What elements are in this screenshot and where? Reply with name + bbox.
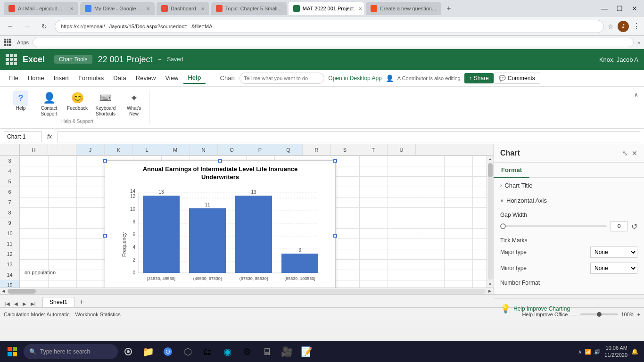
taskbar-zoom-app[interactable]: 🎥 bbox=[277, 341, 296, 362]
url-input[interactable]: https://x.r/personal/.../layouts/15/Doc.… bbox=[55, 20, 604, 33]
tab-close-dashboard[interactable]: ✕ bbox=[201, 6, 205, 11]
tab-dashboard[interactable]: Dashboard ✕ bbox=[157, 2, 209, 15]
sheet-tab-sheet1[interactable]: Sheet1 bbox=[42, 297, 74, 307]
menu-chart[interactable]: Chart bbox=[215, 73, 240, 83]
cells-area[interactable]: on population Annual Earnings of Interme bbox=[20, 156, 487, 288]
name-box-input[interactable] bbox=[4, 131, 41, 142]
handle-top-middle[interactable] bbox=[218, 159, 222, 163]
major-type-select[interactable]: None Inside Outside Cross bbox=[590, 247, 637, 258]
comments-button[interactable]: 💬 Comments bbox=[494, 73, 540, 84]
ribbon-contact-button[interactable]: 👤 ContactSupport bbox=[39, 90, 59, 117]
profile-avatar[interactable]: J bbox=[618, 21, 629, 32]
gap-width-slider[interactable] bbox=[500, 225, 607, 227]
tab-close-question[interactable]: ✕ bbox=[441, 6, 441, 11]
tab-close-drive[interactable]: ✕ bbox=[146, 6, 150, 11]
first-sheet-button[interactable]: |◀ bbox=[4, 300, 11, 307]
tab-topic[interactable]: Topic: Chapter 5 Small... ✕ bbox=[211, 2, 287, 15]
taskbar-search[interactable]: 🔍 Type here to search bbox=[24, 344, 118, 359]
menu-insert[interactable]: Insert bbox=[49, 73, 74, 83]
scroll-down-button[interactable]: ▼ bbox=[487, 281, 494, 288]
h-scroll-track[interactable] bbox=[8, 289, 486, 294]
panel-expand-button[interactable]: ⤡ bbox=[622, 149, 628, 157]
new-tab-button[interactable]: + bbox=[443, 3, 454, 14]
ribbon-feedback-button[interactable]: 😊 Feedback bbox=[67, 90, 88, 117]
minimize-button[interactable]: — bbox=[599, 3, 610, 14]
ribbon-help-button[interactable]: ? Help bbox=[10, 90, 31, 117]
bar-1[interactable] bbox=[143, 196, 180, 273]
gap-width-input[interactable] bbox=[611, 221, 627, 231]
restore-button[interactable]: ❐ bbox=[614, 3, 625, 14]
zoom-in-button[interactable]: + bbox=[637, 312, 640, 317]
bar-2[interactable] bbox=[189, 208, 226, 273]
menu-formulas[interactable]: Formulas bbox=[74, 73, 108, 83]
h-scroll-thumb[interactable] bbox=[8, 289, 36, 294]
tab-close-mail[interactable]: ✕ bbox=[70, 6, 74, 11]
close-button[interactable]: ✕ bbox=[629, 3, 640, 14]
apps-more-button[interactable]: » bbox=[637, 40, 640, 45]
tab-question[interactable]: Create a new question... ✕ bbox=[366, 2, 441, 15]
tell-me-input[interactable] bbox=[239, 73, 324, 84]
open-desktop-button[interactable]: Open in Desktop App bbox=[328, 75, 381, 82]
gap-slider-thumb[interactable] bbox=[500, 223, 506, 229]
scroll-left-button[interactable]: ◀ bbox=[0, 288, 7, 295]
chart-container[interactable]: Annual Earnings of Intermediate Level Li… bbox=[105, 160, 336, 288]
taskbar-icon-9[interactable]: 🖥 bbox=[257, 341, 276, 362]
forward-button[interactable]: → bbox=[21, 20, 34, 33]
horizontal-axis-header[interactable]: ∨ Horizontal Axis bbox=[494, 193, 644, 208]
next-sheet-button[interactable]: ▶ bbox=[21, 300, 28, 307]
notification-button[interactable]: 🔔 bbox=[631, 348, 638, 355]
taskbar-files[interactable]: 🗂 bbox=[198, 341, 217, 362]
waffle-icon[interactable] bbox=[6, 54, 17, 65]
fx-button[interactable]: fx bbox=[45, 133, 54, 140]
workbook-stats-button[interactable]: Workbook Statistics bbox=[75, 312, 120, 317]
chart-title-header[interactable]: › Chart Title bbox=[494, 178, 644, 193]
taskbar-task-view[interactable] bbox=[119, 341, 138, 362]
menu-home[interactable]: Home bbox=[23, 73, 49, 83]
handle-top-left[interactable] bbox=[103, 159, 107, 163]
tab-excel[interactable]: MAT 2022 001 Project ✕ bbox=[289, 2, 364, 15]
start-button[interactable] bbox=[2, 341, 23, 362]
clock-display[interactable]: 10:06 AM 11/2/2020 bbox=[604, 345, 627, 359]
taskbar-sticky-notes[interactable]: 📝 bbox=[297, 341, 316, 362]
extensions-button[interactable]: ⋮ bbox=[633, 22, 640, 31]
bookmark-button[interactable]: ☆ bbox=[608, 23, 614, 30]
tab-drive[interactable]: My Drive - Google Driv... ✕ bbox=[80, 2, 155, 15]
menu-review[interactable]: Review bbox=[131, 73, 161, 83]
refresh-button[interactable]: ↻ bbox=[38, 20, 51, 33]
ribbon-whatsnew-button[interactable]: ✦ What'sNew bbox=[124, 90, 144, 117]
scroll-up-button[interactable]: ▲ bbox=[487, 156, 494, 162]
taskbar-file-explorer[interactable]: 📁 bbox=[139, 341, 157, 362]
gap-reset-button[interactable]: ↺ bbox=[631, 222, 637, 231]
panel-tab-format[interactable]: Format bbox=[494, 163, 529, 178]
share-button[interactable]: ↑ Share bbox=[464, 73, 494, 83]
menu-file[interactable]: File bbox=[4, 73, 23, 83]
taskbar-settings[interactable]: ⚙ bbox=[238, 341, 256, 362]
scroll-right-button[interactable]: ▶ bbox=[487, 288, 493, 295]
formula-input[interactable] bbox=[58, 131, 640, 142]
add-sheet-button[interactable]: + bbox=[76, 297, 87, 307]
menu-data[interactable]: Data bbox=[108, 73, 131, 83]
handle-top-right[interactable] bbox=[333, 159, 337, 163]
prev-sheet-button[interactable]: ◀ bbox=[12, 300, 20, 307]
last-sheet-button[interactable]: ▶| bbox=[29, 300, 37, 307]
ribbon-keyboard-button[interactable]: ⌨ KeyboardShortcuts bbox=[95, 90, 116, 117]
minor-type-select[interactable]: None Inside Outside Cross bbox=[590, 263, 637, 274]
tab-mail[interactable]: All Mail - epicdude203... ✕ bbox=[4, 2, 78, 15]
back-button[interactable]: ← bbox=[4, 20, 17, 33]
apps-search-input[interactable] bbox=[33, 38, 634, 47]
network-icon[interactable]: 📶 bbox=[585, 349, 591, 355]
zoom-slider[interactable] bbox=[580, 313, 618, 315]
zoom-slider-thumb[interactable] bbox=[597, 312, 602, 317]
horizontal-scrollbar[interactable]: ◀ ▶ bbox=[0, 288, 493, 294]
tab-close-excel[interactable]: ✕ bbox=[358, 6, 362, 11]
apps-grid-icon[interactable] bbox=[4, 39, 11, 46]
vertical-scrollbar[interactable]: ▲ ▼ bbox=[487, 156, 493, 288]
taskbar-icon-7[interactable]: ◉ bbox=[218, 341, 237, 362]
ribbon-collapse-button[interactable]: ∧ bbox=[634, 91, 638, 98]
menu-help[interactable]: Help bbox=[183, 72, 206, 84]
help-improve-office-button[interactable]: Help Improve Office bbox=[522, 312, 568, 317]
tray-arrow-icon[interactable]: ∧ bbox=[578, 349, 582, 355]
taskbar-icon-5[interactable]: ⬡ bbox=[178, 341, 197, 362]
volume-icon[interactable]: 🔊 bbox=[594, 349, 601, 355]
taskbar-chrome[interactable] bbox=[158, 341, 177, 362]
